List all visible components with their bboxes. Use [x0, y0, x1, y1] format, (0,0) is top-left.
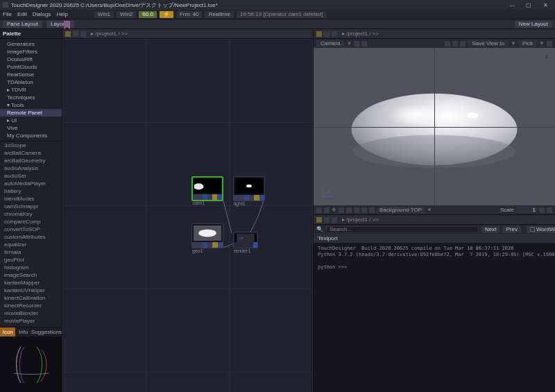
palette-item[interactable]: equalizer [0, 241, 62, 248]
palette-group[interactable]: PointClouds [0, 63, 62, 71]
node-flag[interactable] [212, 194, 217, 200]
node-geo1[interactable]: geo1 [191, 223, 223, 248]
palette-item[interactable]: geoPilot [0, 256, 62, 264]
palette-tab-info[interactable]: Info [15, 327, 31, 336]
node-light1[interactable]: light1 [233, 176, 265, 201]
palette-group[interactable]: My Components [0, 132, 62, 139]
node-flag[interactable] [259, 195, 264, 201]
viewer-foot-4[interactable] [346, 207, 352, 213]
node-flag[interactable] [207, 242, 212, 248]
menu-edit[interactable]: Edit [17, 11, 27, 17]
palette-item[interactable]: convertToSOP [0, 225, 62, 233]
textport-next-button[interactable]: Next [481, 226, 500, 233]
node-flag[interactable] [234, 195, 239, 201]
palette-group[interactable]: TDAbleton [0, 78, 62, 86]
palette-item[interactable]: 3dScope [0, 142, 62, 149]
pane-nav-icon[interactable] [73, 31, 78, 37]
viewer-scale-field[interactable]: 1 [516, 207, 537, 213]
palette-item[interactable]: audioSet [0, 172, 62, 180]
pane-type-icon[interactable] [65, 31, 71, 37]
new-layout-button[interactable]: New Layout [515, 21, 552, 28]
node-flag[interactable] [249, 195, 254, 201]
textport-pane-nav-icon[interactable] [324, 217, 330, 223]
plus-icon[interactable]: ✚ [332, 207, 336, 213]
node-flag[interactable] [253, 242, 257, 248]
viewer-tool-2[interactable] [361, 41, 367, 46]
viewer-foot-5[interactable] [354, 207, 359, 213]
palette-item[interactable]: compareComp [0, 218, 62, 225]
palette-item[interactable]: moviePlayer [0, 317, 62, 325]
palette-item[interactable]: kantanMapper [0, 279, 62, 287]
viewer-pick-combo[interactable]: Pick [518, 40, 537, 46]
viewer-pane-type-icon[interactable] [316, 31, 322, 37]
palette-item[interactable]: arcBallCamera [0, 149, 62, 157]
palette-group[interactable]: OculusRift [0, 56, 62, 63]
close-button[interactable]: ✕ [537, 0, 554, 10]
textport-prev-button[interactable]: Prev [502, 226, 520, 233]
menu-help[interactable]: Help [56, 11, 67, 17]
textport-pane-type-icon[interactable] [316, 217, 322, 223]
palette-group[interactable]: Generators [0, 40, 62, 48]
textport-wordwrap-button[interactable]: WordWrap [527, 226, 555, 233]
viewer-camera-combo[interactable]: Camera [316, 40, 344, 46]
node-flag[interactable] [207, 194, 212, 200]
chevron-down-icon[interactable]: ▼ [427, 207, 432, 213]
node-flag[interactable] [254, 195, 259, 201]
viewer-tool-a[interactable] [445, 41, 450, 46]
textport-search-input[interactable]: Search... [326, 226, 479, 233]
viewer-foot-9[interactable] [547, 207, 552, 213]
palette-group[interactable]: Vive [0, 124, 62, 132]
node-flag[interactable] [193, 194, 198, 200]
node-flag[interactable] [203, 242, 207, 248]
palette-item[interactable]: customAttributes [0, 233, 62, 241]
palette-item[interactable]: battery [0, 187, 62, 195]
palette-item[interactable]: imageSearch [0, 271, 62, 279]
node-flag[interactable] [197, 242, 202, 248]
palette-item[interactable]: autoMediaPlayer [0, 180, 62, 187]
palette-group[interactable]: ▸ UI [0, 117, 62, 124]
palette-item[interactable]: camSchnappr [0, 203, 62, 210]
palette-tab-suggestions[interactable]: Suggestions [31, 327, 62, 336]
palette-item[interactable]: chromaKey [0, 210, 62, 218]
palette-item[interactable]: kinectCalibration [0, 294, 62, 302]
palette-group[interactable]: RealSense [0, 71, 62, 78]
viewer-tool-1[interactable] [354, 41, 359, 46]
palette-item[interactable]: blendModes [0, 195, 62, 203]
palette-group[interactable]: ▾ Tools [0, 101, 62, 109]
viewer-foot-2[interactable] [324, 207, 330, 213]
palette-group[interactable]: ImageFilters [0, 48, 62, 56]
viewer-tool-d[interactable] [547, 41, 552, 46]
viewer-bg-combo[interactable]: Background TOP [377, 207, 425, 213]
node-flag[interactable] [218, 242, 223, 248]
palette-item[interactable]: histogram [0, 264, 62, 271]
chevron-down-icon[interactable]: ▼ [511, 40, 516, 46]
palette-item[interactable]: arcBallGeometry [0, 157, 62, 164]
pane-layout-button[interactable]: Pane Layout [3, 21, 42, 28]
textport-path[interactable]: ▸ /project1 / >> [342, 216, 379, 223]
viewer-tool-b[interactable] [452, 41, 458, 46]
node-flag[interactable] [212, 242, 217, 248]
textport-body[interactable]: TouchDesigner Build 2020.20625 compile o… [314, 243, 555, 392]
viewer-saveview-combo[interactable]: Save View to [468, 40, 509, 46]
viewport-3d[interactable]: z [314, 48, 555, 205]
menu-file[interactable]: File [3, 11, 12, 17]
palette-item[interactable]: movieBlender [0, 309, 62, 317]
status-realtime[interactable]: Realtime [205, 11, 234, 18]
viewer-foot-3[interactable] [339, 207, 344, 213]
palette-tab-icon[interactable]: Icon [0, 327, 15, 336]
viewer-foot-1[interactable] [316, 207, 322, 213]
menu-dialogs[interactable]: Dialogs [33, 11, 51, 17]
viewer-foot-7[interactable] [369, 207, 375, 213]
minimize-button[interactable]: — [504, 0, 520, 10]
node-flag[interactable] [198, 194, 203, 200]
status-flash-icon[interactable]: ⚡ [160, 11, 173, 18]
palette-group[interactable]: Remote Panel [0, 109, 62, 117]
palette-item[interactable]: kinectRecorder [0, 302, 62, 309]
node-flag[interactable] [192, 242, 197, 248]
viewer-pane-split-icon[interactable] [332, 31, 337, 37]
palette-item[interactable]: audioAnalysis [0, 164, 62, 172]
textport-pane-split-icon[interactable] [332, 217, 337, 223]
palette-group[interactable]: Techniques [0, 94, 62, 101]
maximize-button[interactable]: ▢ [520, 0, 537, 10]
palette-item[interactable]: kantanUVHelper [0, 287, 62, 294]
